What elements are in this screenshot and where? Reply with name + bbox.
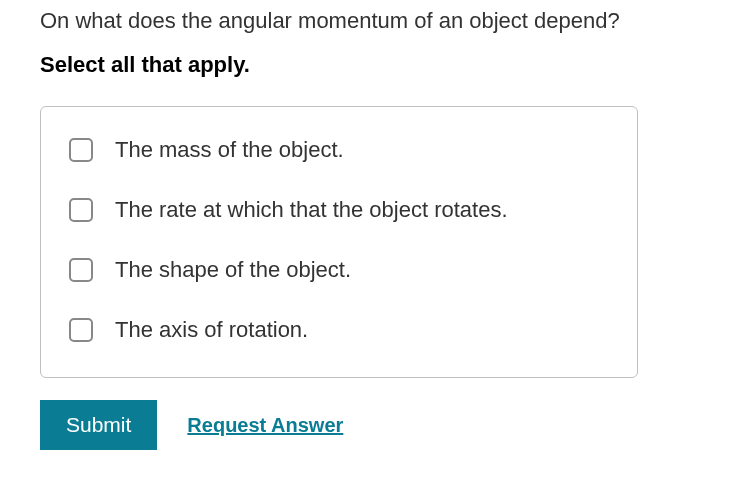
option-label: The shape of the object. xyxy=(115,257,351,283)
option-row: The axis of rotation. xyxy=(69,317,609,343)
option-label: The axis of rotation. xyxy=(115,317,308,343)
actions-row: Submit Request Answer xyxy=(40,400,690,450)
instruction-text: Select all that apply. xyxy=(40,52,690,78)
submit-button[interactable]: Submit xyxy=(40,400,157,450)
option-row: The rate at which that the object rotate… xyxy=(69,197,609,223)
checkbox-option-0[interactable] xyxy=(69,138,93,162)
option-row: The shape of the object. xyxy=(69,257,609,283)
question-text: On what does the angular momentum of an … xyxy=(40,8,690,34)
option-row: The mass of the object. xyxy=(69,137,609,163)
checkbox-option-2[interactable] xyxy=(69,258,93,282)
request-answer-link[interactable]: Request Answer xyxy=(187,414,343,437)
options-box: The mass of the object. The rate at whic… xyxy=(40,106,638,378)
option-label: The mass of the object. xyxy=(115,137,344,163)
checkbox-option-3[interactable] xyxy=(69,318,93,342)
checkbox-option-1[interactable] xyxy=(69,198,93,222)
option-label: The rate at which that the object rotate… xyxy=(115,197,508,223)
